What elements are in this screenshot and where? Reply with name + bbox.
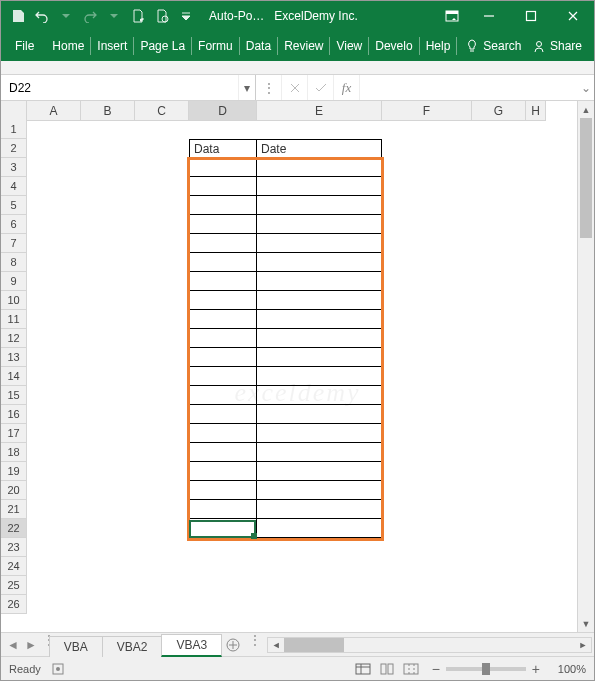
cell-A12[interactable] xyxy=(27,329,81,348)
cell-E24[interactable] xyxy=(257,557,382,576)
cell-E14[interactable] xyxy=(257,367,382,386)
cell-A1[interactable] xyxy=(27,120,81,139)
cell-C17[interactable] xyxy=(135,424,189,443)
cell-F26[interactable] xyxy=(382,595,472,614)
tell-me-search[interactable]: Search xyxy=(457,39,521,53)
cell-A19[interactable] xyxy=(27,462,81,481)
cell-C4[interactable] xyxy=(135,177,189,196)
cell-A2[interactable] xyxy=(27,139,81,158)
cell-A7[interactable] xyxy=(27,234,81,253)
cell-G8[interactable] xyxy=(472,253,526,272)
col-header-D[interactable]: D xyxy=(189,101,257,121)
row-header-19[interactable]: 19 xyxy=(1,462,27,481)
cell-F5[interactable] xyxy=(382,196,472,215)
row-header-4[interactable]: 4 xyxy=(1,177,27,196)
cell-H3[interactable] xyxy=(526,158,546,177)
cell-D12[interactable] xyxy=(189,329,257,348)
cell-H4[interactable] xyxy=(526,177,546,196)
cell-A3[interactable] xyxy=(27,158,81,177)
cell-C3[interactable] xyxy=(135,158,189,177)
cell-E22[interactable] xyxy=(257,519,382,538)
name-box-dropdown-icon[interactable]: ▾ xyxy=(238,75,255,100)
scroll-down-icon[interactable]: ▼ xyxy=(578,615,594,632)
fx-icon[interactable]: fx xyxy=(334,75,360,100)
row-header-10[interactable]: 10 xyxy=(1,291,27,310)
row-header-12[interactable]: 12 xyxy=(1,329,27,348)
row-header-18[interactable]: 18 xyxy=(1,443,27,462)
cell-E4[interactable] xyxy=(257,177,382,196)
row-header-15[interactable]: 15 xyxy=(1,386,27,405)
cell-B24[interactable] xyxy=(81,557,135,576)
row-header-23[interactable]: 23 xyxy=(1,538,27,557)
tab-insert[interactable]: Insert xyxy=(91,31,133,61)
cell-B19[interactable] xyxy=(81,462,135,481)
new-sheet-button[interactable] xyxy=(221,633,245,656)
cell-G16[interactable] xyxy=(472,405,526,424)
row-header-26[interactable]: 26 xyxy=(1,595,27,614)
horizontal-scrollbar[interactable]: ◄ ► xyxy=(267,637,592,653)
cell-A14[interactable] xyxy=(27,367,81,386)
cell-B3[interactable] xyxy=(81,158,135,177)
cell-H9[interactable] xyxy=(526,272,546,291)
zoom-level[interactable]: 100% xyxy=(546,663,586,675)
close-button[interactable] xyxy=(552,1,594,31)
cell-F6[interactable] xyxy=(382,215,472,234)
cell-D10[interactable] xyxy=(189,291,257,310)
cell-A23[interactable] xyxy=(27,538,81,557)
scroll-up-icon[interactable]: ▲ xyxy=(578,101,594,118)
cell-G10[interactable] xyxy=(472,291,526,310)
cell-F18[interactable] xyxy=(382,443,472,462)
row-header-24[interactable]: 24 xyxy=(1,557,27,576)
view-normal-icon[interactable] xyxy=(352,660,374,678)
zoom-in-button[interactable]: + xyxy=(532,661,540,677)
cell-D15[interactable] xyxy=(189,386,257,405)
cell-H21[interactable] xyxy=(526,500,546,519)
row-header-20[interactable]: 20 xyxy=(1,481,27,500)
cell-C11[interactable] xyxy=(135,310,189,329)
cell-C8[interactable] xyxy=(135,253,189,272)
cell-G13[interactable] xyxy=(472,348,526,367)
cell-D13[interactable] xyxy=(189,348,257,367)
cell-F25[interactable] xyxy=(382,576,472,595)
tab-home[interactable]: Home xyxy=(46,31,90,61)
cell-B22[interactable] xyxy=(81,519,135,538)
cell-G24[interactable] xyxy=(472,557,526,576)
cell-B12[interactable] xyxy=(81,329,135,348)
cell-H14[interactable] xyxy=(526,367,546,386)
cell-A15[interactable] xyxy=(27,386,81,405)
cell-G14[interactable] xyxy=(472,367,526,386)
cell-B1[interactable] xyxy=(81,120,135,139)
row-header-7[interactable]: 7 xyxy=(1,234,27,253)
col-header-A[interactable]: A xyxy=(27,101,81,121)
cell-A16[interactable] xyxy=(27,405,81,424)
select-all-corner[interactable] xyxy=(1,101,27,121)
ribbon-display-options-icon[interactable] xyxy=(436,1,468,31)
cell-D22[interactable] xyxy=(189,519,257,538)
name-box-input[interactable] xyxy=(1,75,238,100)
row-header-11[interactable]: 11 xyxy=(1,310,27,329)
cell-G9[interactable] xyxy=(472,272,526,291)
cell-C14[interactable] xyxy=(135,367,189,386)
cell-G15[interactable] xyxy=(472,386,526,405)
row-header-6[interactable]: 6 xyxy=(1,215,27,234)
qat-customize-icon[interactable] xyxy=(175,2,197,30)
cell-D1[interactable] xyxy=(189,120,257,139)
cell-F21[interactable] xyxy=(382,500,472,519)
cell-F9[interactable] xyxy=(382,272,472,291)
cell-E20[interactable] xyxy=(257,481,382,500)
col-header-E[interactable]: E xyxy=(257,101,382,121)
view-page-break-icon[interactable] xyxy=(400,660,422,678)
cell-C19[interactable] xyxy=(135,462,189,481)
row-header-2[interactable]: 2 xyxy=(1,139,27,158)
cell-G11[interactable] xyxy=(472,310,526,329)
row-header-16[interactable]: 16 xyxy=(1,405,27,424)
cell-D25[interactable] xyxy=(189,576,257,595)
cell-E18[interactable] xyxy=(257,443,382,462)
cell-B2[interactable] xyxy=(81,139,135,158)
scroll-left-icon[interactable]: ◄ xyxy=(268,640,284,650)
col-header-C[interactable]: C xyxy=(135,101,189,121)
cell-F3[interactable] xyxy=(382,158,472,177)
scroll-right-icon[interactable]: ► xyxy=(575,640,591,650)
cell-C12[interactable] xyxy=(135,329,189,348)
row-header-22[interactable]: 22 xyxy=(1,519,27,538)
